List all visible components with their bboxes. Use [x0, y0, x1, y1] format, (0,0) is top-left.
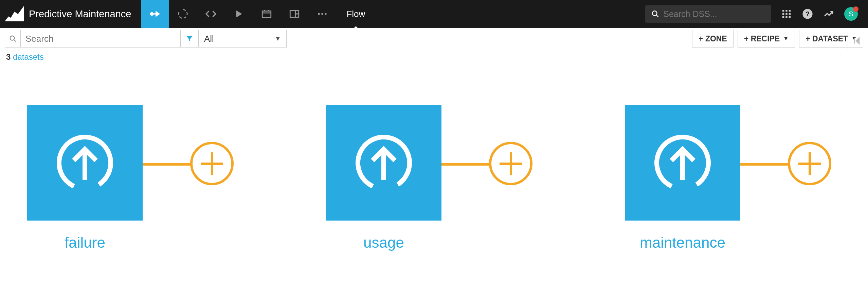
dataset-icon	[27, 105, 143, 221]
svg-rect-13	[782, 16, 784, 18]
svg-rect-15	[789, 16, 791, 18]
activity-icon[interactable]	[823, 8, 834, 19]
svg-point-5	[325, 13, 327, 15]
svg-point-4	[322, 13, 324, 15]
caret-down-icon: ▼	[783, 36, 789, 42]
top-navbar: Predictive Maintenance Flow ? S	[0, 0, 868, 28]
flow-toolbar: All ▼ + ZONE + RECIPE ▼ + DATASET ▼	[0, 28, 868, 50]
user-avatar[interactable]: S	[844, 7, 858, 21]
svg-rect-11	[785, 13, 787, 15]
add-dataset-label: + DATASET	[806, 34, 848, 43]
add-recipe-label: + RECIPE	[744, 34, 780, 43]
dataset-node-usage[interactable]: usage	[326, 105, 441, 251]
svg-rect-10	[782, 13, 784, 15]
node-label: failure	[65, 234, 105, 251]
search-icon	[651, 10, 659, 18]
filter-icon[interactable]	[180, 30, 199, 48]
project-title[interactable]: Predictive Maintenance	[29, 8, 141, 20]
svg-rect-1	[263, 11, 271, 18]
svg-rect-8	[785, 10, 787, 12]
svg-rect-7	[782, 10, 784, 12]
flow-canvas[interactable]: failure usage maintenance	[0, 64, 868, 292]
add-zone-label: + ZONE	[699, 34, 727, 43]
dataset-node-failure[interactable]: failure	[27, 105, 143, 251]
apps-icon[interactable]	[781, 8, 792, 19]
caret-down-icon: ▼	[275, 35, 281, 42]
add-recipe-circle[interactable]	[788, 142, 831, 185]
filter-select[interactable]: All ▼	[198, 30, 287, 48]
flow-search	[5, 30, 181, 48]
global-search-input[interactable]	[663, 9, 765, 19]
add-recipe-circle[interactable]	[190, 142, 234, 185]
svg-rect-12	[789, 13, 791, 15]
svg-rect-9	[789, 10, 791, 12]
nav-cycle-icon[interactable]	[169, 0, 197, 28]
help-icon[interactable]: ?	[802, 8, 813, 19]
datasets-link[interactable]: datasets	[13, 52, 44, 61]
svg-text:?: ?	[806, 10, 810, 18]
search-icon	[5, 30, 21, 47]
svg-point-6	[652, 11, 657, 16]
svg-point-18	[10, 36, 14, 40]
node-label: maintenance	[640, 234, 725, 251]
filter-value: All	[204, 34, 214, 44]
dataset-icon	[625, 105, 740, 221]
dataset-count: 3	[6, 52, 11, 61]
node-label: usage	[363, 234, 404, 251]
flow-search-input[interactable]	[21, 34, 180, 44]
add-recipe-circle[interactable]	[489, 142, 532, 185]
add-recipe-button[interactable]: + RECIPE ▼	[738, 30, 795, 48]
add-zone-button[interactable]: + ZONE	[692, 30, 734, 48]
connector-line	[441, 163, 492, 166]
svg-point-3	[318, 13, 320, 15]
svg-rect-14	[785, 16, 787, 18]
dataset-icon	[326, 105, 441, 221]
nav-play-icon[interactable]	[225, 0, 253, 28]
nav-flow-icon[interactable]	[141, 0, 169, 28]
nav-dashboard-icon[interactable]	[253, 0, 281, 28]
nav-code-icon[interactable]	[197, 0, 225, 28]
page-label: Flow	[336, 9, 375, 19]
collapse-panel-button[interactable]	[848, 31, 868, 50]
svg-point-0	[151, 13, 153, 15]
status-row: 3 datasets	[0, 50, 868, 64]
nav-panel-icon[interactable]	[281, 0, 308, 28]
global-search[interactable]	[645, 5, 771, 23]
connector-line	[740, 163, 791, 166]
app-logo[interactable]	[0, 0, 29, 29]
dataset-node-maintenance[interactable]: maintenance	[625, 105, 740, 251]
connector-line	[143, 163, 194, 166]
nav-more-icon[interactable]	[308, 0, 336, 28]
